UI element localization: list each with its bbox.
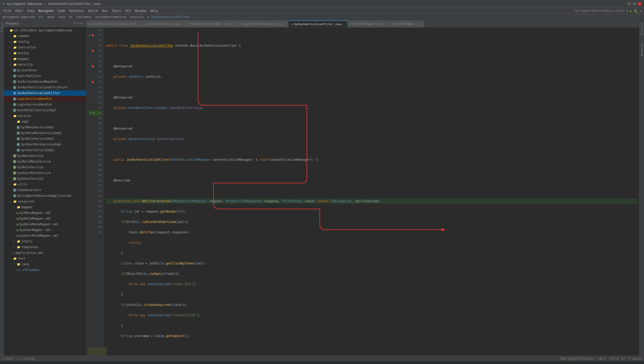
tab-sysuserservice[interactable]: ◉ SysUserService.java ✕ xyxy=(142,20,186,27)
tab-close[interactable]: ✕ xyxy=(385,23,387,25)
breadcrumb-cn[interactable]: cn xyxy=(69,15,72,19)
tree-test-package[interactable]: cn.itbluebox... xyxy=(4,267,86,273)
title-bar-controls[interactable]: ─ □ ✕ xyxy=(627,2,641,6)
tree-sysuserrolexml[interactable]: ▣ SysUserRoleMapper.xml xyxy=(4,233,86,239)
tree-templates[interactable]: ▸ 📁 templates xyxy=(4,244,86,250)
bookmarks-tab[interactable]: Bookmarks xyxy=(641,42,643,57)
sync-icon[interactable]: ⟳ xyxy=(74,22,76,25)
tree-loginfailure[interactable]: C LoginFailureHandler xyxy=(4,96,86,102)
tab-userdetailserviceimpl[interactable]: ● UserDetailServiceImpl.java ✕ xyxy=(87,20,142,27)
breadcrumb: springboot-adminvue › src › main › java … xyxy=(0,14,644,20)
tab-loginfailurehandler[interactable]: ● LoginFailureHandler.java ✕ xyxy=(236,20,288,27)
breadcrumb-java[interactable]: java xyxy=(58,15,65,19)
project-dropdown[interactable]: ▾ xyxy=(20,22,22,25)
menu-help[interactable]: Help xyxy=(149,9,159,13)
tree-jwtfilter[interactable]: C JwtAuthenticationFilter xyxy=(4,90,86,96)
tree-utils[interactable]: ▸ 📁 utils xyxy=(4,181,86,187)
line-40: if(StrUtil.isBlankOrUndefined(jwt)){ xyxy=(106,219,637,225)
tree-controller[interactable]: ▸ 📁 controller xyxy=(4,45,86,50)
menu-refactor[interactable]: Refactor xyxy=(68,9,86,13)
breadcrumb-springbootadminvue[interactable]: springbootadminvue xyxy=(95,15,126,19)
code-content[interactable]: public class JwtAuthenticationFilter ext… xyxy=(104,27,639,347)
tree-sysmenuxml[interactable]: ▣ SysMenuMapper.xml xyxy=(4,210,86,216)
tab-sysusermapper[interactable]: ● SysUserMapper.java ✕ xyxy=(348,20,390,27)
tab-close[interactable]: ✕ xyxy=(232,23,233,25)
tree-view[interactable]: ▾ 📁 cn.itbluebox.springbootadminvue ▸ 📁 … xyxy=(4,27,86,356)
tab-close[interactable]: ✕ xyxy=(284,23,286,25)
tree-mapper[interactable]: ▸ 📁 mapper xyxy=(4,56,86,62)
title-bar-left: ⚙ springboot-adminvue – JwtAuthenticatio… xyxy=(3,2,100,6)
tree-entity[interactable]: ▸ 📁 entity xyxy=(4,50,86,56)
tree-sysuserroleservice[interactable]: I SysUserRoleService xyxy=(4,170,86,176)
tree-jwtaccessdenied[interactable]: C JwtAccessDeniedHandler xyxy=(4,79,86,85)
tree-springbootapp[interactable]: C SpringbootAdminvueApplication xyxy=(4,193,86,199)
menu-file[interactable]: File xyxy=(2,9,13,13)
tree-resources[interactable]: ▾ 📁 resources xyxy=(4,199,86,204)
menu-navigate[interactable]: Navigate xyxy=(37,9,55,13)
debug-button[interactable]: 🐛 xyxy=(634,9,638,13)
settings-button[interactable]: ⚙ xyxy=(640,9,642,13)
tab-close[interactable]: ✕ xyxy=(138,23,139,25)
menu-edit[interactable]: Edit xyxy=(14,9,24,13)
breadcrumb-class[interactable]: ⚙ JwtAuthenticationFilter xyxy=(147,15,190,19)
menu-run[interactable]: Run xyxy=(100,9,109,13)
tab-close-active[interactable]: ✕ xyxy=(343,23,345,26)
menu-code[interactable]: Code xyxy=(56,9,67,13)
tree-sysroleserviceimpl[interactable]: C SysRoleServiceImpl xyxy=(4,136,86,142)
tree-loginsuccess[interactable]: C LoginSuccessHandler xyxy=(4,102,86,107)
tree-sysmenuserviceimpl[interactable]: C SysMenuServiceImpl xyxy=(4,124,86,130)
tab-close[interactable]: ✕ xyxy=(181,23,183,25)
tree-accountuser[interactable]: C AccountUser xyxy=(4,67,86,73)
structure-tab[interactable]: Structure xyxy=(641,21,643,36)
menu-build[interactable]: Build xyxy=(87,9,99,13)
menu-window[interactable]: Window xyxy=(133,9,148,13)
collapse-all-icon[interactable]: ⊟ xyxy=(77,22,79,25)
tab-jwtauthfilter[interactable]: ◉ JwtAuthenticationFilter.java ✕ xyxy=(288,20,348,27)
tree-root[interactable]: ▾ 📁 cn.itbluebox.springbootadminvue xyxy=(4,27,86,33)
maximize-button[interactable]: □ xyxy=(633,2,636,6)
tree-sysmenuservice[interactable]: I SysMenuService xyxy=(4,153,86,159)
breadcrumb-src[interactable]: src xyxy=(38,15,44,19)
tree-userdetailimpl[interactable]: C UserDetailServiceImpl xyxy=(4,107,86,113)
breadcrumb-itbluebox[interactable]: itbluebox xyxy=(76,15,91,19)
breadcrumb-security[interactable]: security xyxy=(130,15,144,19)
tree-impl[interactable]: ▾ 📁 impl xyxy=(4,119,86,124)
tree-appyml[interactable]: ⚙ application.yml xyxy=(4,250,86,256)
tree-codegenerator[interactable]: C CodeGenerator xyxy=(4,187,86,193)
settings-icon[interactable]: ⚙ xyxy=(80,22,82,25)
tree-sysuserxml[interactable]: ▣ SysUserMapper.xml xyxy=(4,227,86,233)
tree-service[interactable]: ▾ 📁 service xyxy=(4,113,86,119)
tree-sysrolemenuserviceimpl[interactable]: C SysRoleMenuServiceImpl xyxy=(4,130,86,136)
tree-test[interactable]: ▾ 📁 test xyxy=(4,256,86,261)
tree-test-java[interactable]: ▾ 📁 java xyxy=(4,261,86,267)
tree-sysuserservice[interactable]: I SysUserService xyxy=(4,176,86,181)
minimize-button[interactable]: ─ xyxy=(627,2,631,6)
close-button[interactable]: ✕ xyxy=(638,2,641,6)
menu-tools[interactable]: Tools xyxy=(110,9,123,13)
menu-view[interactable]: View xyxy=(25,9,36,13)
tree-resources-mapper[interactable]: ▾ 📁 mapper xyxy=(4,204,86,210)
tree-config[interactable]: ▸ 📁 config xyxy=(4,39,86,45)
run-button[interactable]: ▶ xyxy=(630,9,632,13)
tree-sysuserroleserviceimpl[interactable]: C SysUserRoleServiceImpl xyxy=(4,142,86,147)
tree-common[interactable]: ▸ 📁 common xyxy=(4,33,86,39)
tree-sysuserserviceimpl[interactable]: C SysUserServiceImpl xyxy=(4,147,86,153)
breadcrumb-main[interactable]: main xyxy=(47,15,54,19)
project-tab[interactable]: Project xyxy=(1,21,3,33)
tree-jwtentrypoint[interactable]: C JwtAuthenticationEntryPoint xyxy=(4,85,86,90)
panel-close-icon[interactable]: ✕ xyxy=(82,22,84,25)
tree-security[interactable]: ▾ 📁 security xyxy=(4,62,86,67)
tree-sysrolemenuxml[interactable]: ▣ SysRoleMenuMapper.xml xyxy=(4,221,86,227)
menu-vcs[interactable]: VCS xyxy=(124,9,132,13)
breadcrumb-project[interactable]: springboot-adminvue xyxy=(2,15,35,19)
tab-close[interactable]: ✕ xyxy=(420,23,422,25)
minimap[interactable] xyxy=(87,347,107,356)
tree-sysrolemenuservice[interactable]: I SysRoleMenuService xyxy=(4,159,86,164)
code-area[interactable]: 22 ⊕ 🔖 23 24 25 🔖 26 27 28 🔖 29 3 xyxy=(87,27,639,347)
tab-sysusermapp2[interactable]: ● SysUserMapp... ✕ xyxy=(390,20,424,27)
tree-captchafilter[interactable]: C CaptchaFilter xyxy=(4,73,86,79)
tree-sysrolexml[interactable]: ▣ SysRoleMapper.xml xyxy=(4,216,86,221)
tree-static[interactable]: ▸ 📁 static xyxy=(4,239,86,244)
tab-sysuserserviceimpl[interactable]: ● SysUserServiceImpl.java ✕ xyxy=(186,20,236,27)
tree-sysroleservice[interactable]: I SysRoleService xyxy=(4,164,86,170)
